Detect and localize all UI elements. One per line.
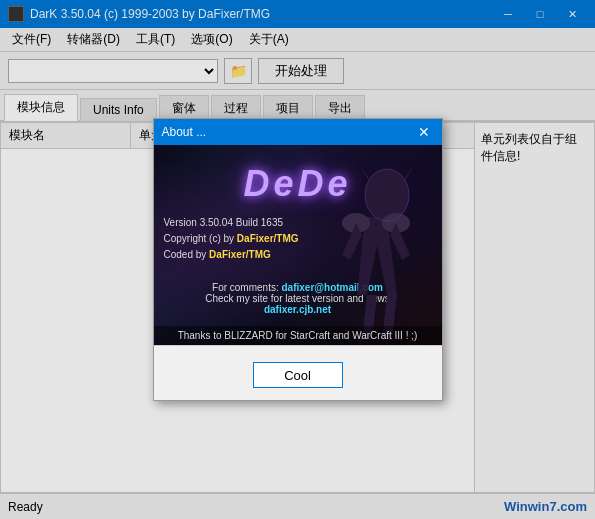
coded-by-text: Coded by DaFixer/TMG: [164, 247, 299, 263]
cool-button[interactable]: Cool: [253, 362, 343, 388]
version-text: Version 3.50.04 Build 1635: [164, 215, 299, 231]
character-silhouette: [312, 165, 422, 345]
about-thanks: Thanks to BLIZZARD for StarCraft and War…: [154, 326, 442, 345]
dialog-overlay: About ... ✕ DeDe Version 3.50.04 Build 1…: [0, 0, 595, 519]
about-dialog: About ... ✕ DeDe Version 3.50.04 Build 1…: [153, 118, 443, 401]
comment-label: For comments:: [212, 282, 279, 293]
dialog-body: DeDe Version 3.50.04 Build 1635 Copyrigh…: [154, 145, 442, 400]
copyright-text: Copyright (c) by DaFixer/TMG: [164, 231, 299, 247]
about-image: DeDe Version 3.50.04 Build 1635 Copyrigh…: [154, 145, 442, 345]
about-info: Version 3.50.04 Build 1635 Copyright (c)…: [164, 215, 299, 263]
dialog-title: About ...: [162, 125, 207, 139]
dialog-footer: Cool: [154, 354, 442, 400]
dialog-titlebar: About ... ✕: [154, 119, 442, 145]
dialog-close-button[interactable]: ✕: [414, 123, 434, 141]
dialog-separator: [154, 345, 442, 346]
copyright-author: DaFixer/TMG: [237, 233, 299, 244]
coded-author: DaFixer/TMG: [209, 249, 271, 260]
